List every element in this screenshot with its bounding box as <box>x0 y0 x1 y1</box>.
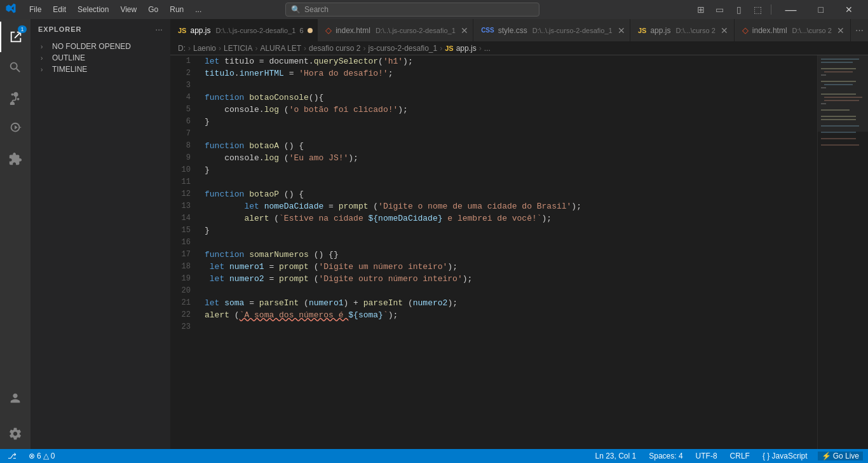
tab-number-1: 6 <box>299 27 303 34</box>
breadcrumb-file[interactable]: app.js <box>456 44 477 53</box>
sidebar-item-timeline[interactable]: › TIMELINE <box>31 64 170 75</box>
line-num-17: 17 <box>170 249 196 261</box>
main-layout: 1 EXPLORER ··· › NO FOLDER OPENED <box>0 19 868 449</box>
svg-rect-15 <box>821 125 859 127</box>
tab-index-html-1[interactable]: ◇ index.html D:\..\.js-curso-2-desafio_1… <box>318 19 473 41</box>
minimize-button[interactable]: — <box>775 0 807 19</box>
activity-run-debug[interactable] <box>0 113 31 144</box>
chevron-right-icon: › <box>41 43 50 50</box>
activity-settings[interactable] <box>0 418 31 449</box>
line-num-10: 10 <box>170 164 196 176</box>
breadcrumb-alura[interactable]: ALURA LET <box>260 44 301 53</box>
layout-icon-3[interactable]: ▯ <box>730 1 748 18</box>
sidebar-item-no-folder[interactable]: › NO FOLDER OPENED <box>31 41 170 52</box>
code-line-3 <box>205 79 817 92</box>
code-editor[interactable]: 1 2 3 4 5 6 7 8 9 10 11 12 13 14 15 16 1… <box>170 55 868 449</box>
close-button[interactable]: ✕ <box>835 0 863 19</box>
status-bar: ⎇ ⊗ 6 △ 0 Ln 23, Col 1 Spaces: 4 UTF-8 C… <box>0 449 868 463</box>
layout-icon-4[interactable]: ⬚ <box>749 1 767 18</box>
activity-source-control[interactable] <box>0 83 31 113</box>
line-num-4: 4 <box>170 92 196 104</box>
css-file-icon: CSS <box>481 27 494 34</box>
line-num-18: 18 <box>170 261 196 273</box>
menu-view[interactable]: View <box>115 4 142 15</box>
tab-style-css[interactable]: CSS style.css D:\..\.js-curso-2-desafio_… <box>473 19 630 41</box>
tab-path-4: D:\...\curso 2 <box>675 27 715 34</box>
status-branch[interactable]: ⎇ <box>5 452 21 460</box>
status-encoding[interactable]: UTF-8 <box>693 452 720 460</box>
sidebar-header: EXPLORER ··· <box>31 19 170 39</box>
breadcrumb-d[interactable]: D: <box>178 44 186 53</box>
sidebar-menu-icon[interactable]: ··· <box>155 24 163 34</box>
breadcrumb-project[interactable]: js-curso-2-desafio_1 <box>369 44 438 53</box>
position-text: Ln 23, Col 1 <box>595 452 636 460</box>
svg-rect-2 <box>821 68 856 69</box>
search-container: 🔍 Search <box>285 3 539 17</box>
tab-close-5[interactable]: ✕ <box>837 25 844 36</box>
global-search[interactable]: 🔍 Search <box>285 3 539 17</box>
breadcrumb-js-icon: JS <box>445 45 453 52</box>
code-content[interactable]: let titulo = document.querySelector('h1'… <box>202 55 817 449</box>
code-line-2: titulo.innerHTML = 'Hora do desafio!'; <box>205 67 817 79</box>
tab-close-3[interactable]: ✕ <box>618 25 625 36</box>
activity-extensions[interactable] <box>0 144 31 174</box>
editor-area: JS app.js D:\..\.js-curso-2-desafio_1 6 … <box>170 19 868 449</box>
svg-rect-14 <box>821 119 856 120</box>
tab-modified-dot-1 <box>308 28 313 33</box>
tab-close-2[interactable]: ✕ <box>461 25 468 36</box>
code-line-16 <box>205 237 817 249</box>
menu-bar: File Edit Selection View Go Run ... <box>24 4 207 15</box>
line-ending-text: CRLF <box>730 452 750 460</box>
sidebar-item-outline[interactable]: › OUTLINE <box>31 52 170 64</box>
html-file-icon-1: ◇ <box>325 25 332 35</box>
status-live[interactable]: ⚡ Go Live <box>818 452 863 460</box>
status-spaces[interactable]: Spaces: 4 <box>646 452 685 460</box>
menu-selection[interactable]: Selection <box>72 4 114 15</box>
line-num-6: 6 <box>170 116 196 128</box>
svg-rect-8 <box>821 93 856 95</box>
line-num-15: 15 <box>170 225 196 237</box>
activity-explorer[interactable]: 1 <box>0 22 31 52</box>
status-language[interactable]: { } JavaScript <box>760 452 810 460</box>
menu-more[interactable]: ... <box>190 4 207 15</box>
menu-run[interactable]: Run <box>165 4 189 15</box>
code-line-10: } <box>205 164 817 176</box>
tab-app-js-1[interactable]: JS app.js D:\..\.js-curso-2-desafio_1 6 <box>170 19 318 41</box>
tab-name-2: index.html <box>336 26 370 35</box>
status-errors-warnings[interactable]: ⊗ 6 △ 0 <box>26 452 57 460</box>
activity-search[interactable] <box>0 52 31 83</box>
line-num-1: 1 <box>170 55 196 67</box>
menu-edit[interactable]: Edit <box>48 4 71 15</box>
line-num-5: 5 <box>170 104 196 116</box>
menu-file[interactable]: File <box>24 4 46 15</box>
tab-index-html-2[interactable]: ◇ index.html D:\...\curso 2 ✕ <box>735 19 851 41</box>
svg-rect-18 <box>821 144 859 146</box>
tab-close-4[interactable]: ✕ <box>721 25 728 36</box>
tab-overflow-button[interactable]: ⋯ <box>851 19 868 41</box>
code-line-22: alert (`A soma dos números é ${soma}`); <box>205 309 817 321</box>
layout-icon-2[interactable]: ▭ <box>711 1 729 18</box>
breadcrumb-more[interactable]: ... <box>484 44 491 53</box>
tab-name-1: app.js <box>190 26 210 35</box>
breadcrumb-desafio[interactable]: desafio curso 2 <box>309 44 360 53</box>
breadcrumb-leticia[interactable]: LETICIA <box>224 44 252 53</box>
breadcrumb-laenio[interactable]: Laenio <box>193 44 216 53</box>
code-line-11 <box>205 176 817 188</box>
tab-name-5: index.html <box>752 26 787 35</box>
line-num-22: 22 <box>170 309 196 321</box>
maximize-button[interactable]: □ <box>808 0 834 19</box>
status-line-ending[interactable]: CRLF <box>728 452 752 460</box>
tab-path-2: D:\..\.js-curso-2-desafio_1 <box>376 27 456 34</box>
line-num-23: 23 <box>170 321 196 333</box>
code-line-19: let numero2 = prompt ('Digite outro núme… <box>205 273 817 285</box>
svg-rect-11 <box>821 103 826 104</box>
menu-go[interactable]: Go <box>143 4 163 15</box>
status-position[interactable]: Ln 23, Col 1 <box>592 452 639 460</box>
layout-icon-1[interactable]: ⊞ <box>692 1 710 18</box>
tab-app-js-2[interactable]: JS app.js D:\...\curso 2 ✕ <box>630 19 735 41</box>
tabs-bar: JS app.js D:\..\.js-curso-2-desafio_1 6 … <box>170 19 868 41</box>
code-line-8: function botaoA () { <box>205 140 817 152</box>
activity-account[interactable] <box>0 383 31 413</box>
no-folder-label: NO FOLDER OPENED <box>52 42 131 51</box>
live-icon: ⚡ <box>822 452 831 460</box>
